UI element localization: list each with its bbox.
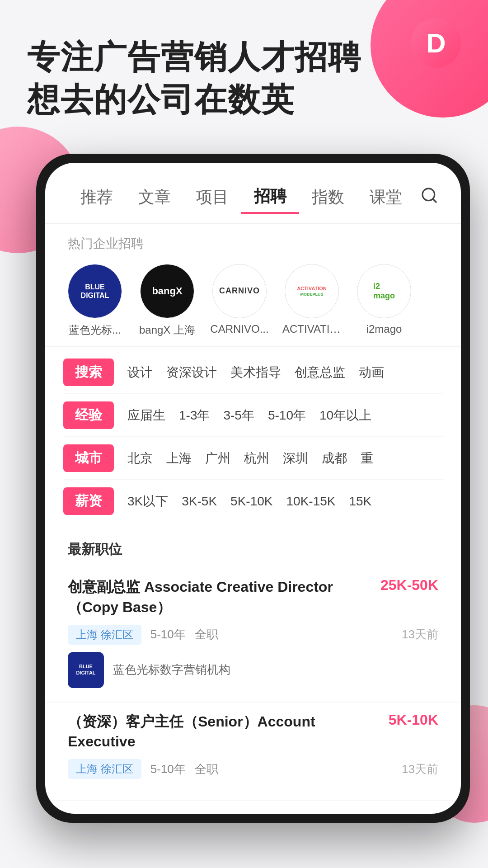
company-logo-blue-digital: BLUEDIGITAL (68, 264, 122, 318)
filter-option-5k-10k[interactable]: 5K-10K (230, 494, 272, 509)
filter-option-beijing[interactable]: 北京 (127, 450, 153, 467)
company-logo-carnivo: CARNIVO (212, 264, 267, 318)
job-meta-1: 上海 徐汇区 5-10年 全职 13天前 (68, 625, 438, 645)
hot-companies-label: 热门企业招聘 (45, 224, 461, 259)
filter-option-3k-5k[interactable]: 3K-5K (182, 494, 217, 509)
search-icon[interactable] (420, 186, 438, 208)
filter-tag-salary[interactable]: 薪资 (63, 487, 114, 515)
company-logo-bangx: bangX (140, 264, 194, 318)
filter-option-5-10[interactable]: 5-10年 (268, 407, 306, 424)
job-location-1: 上海 徐汇区 (68, 625, 141, 645)
filter-tag-city[interactable]: 城市 (63, 444, 114, 472)
company-item-activation[interactable]: ACTIVATION MODEPLUS ACTIVATIO... (280, 264, 343, 337)
filter-option-shanghai[interactable]: 上海 (166, 450, 192, 467)
job-title-1: 创意副总监 Associate Creative Director（Copy B… (68, 577, 380, 618)
filter-option-chengdu[interactable]: 成都 (322, 450, 347, 467)
job-salary-2: 5K-10K (389, 712, 438, 728)
app-icon-letter: D (426, 28, 446, 59)
phone-frame: 推荐 文章 项目 招聘 指数 课堂 热门企业招聘 (36, 154, 470, 823)
job-company-name-1: 蓝色光标数字营销机构 (113, 662, 230, 678)
job-salary-1: 25K-50K (380, 577, 438, 594)
company-item-bangx[interactable]: bangX bangX 上海 (136, 264, 199, 337)
filter-tag-search[interactable]: 搜索 (63, 359, 114, 386)
filter-option-chongqing[interactable]: 重 (361, 450, 373, 467)
filter-option-3-5[interactable]: 3-5年 (223, 407, 254, 424)
job-title-row-2: （资深）客户主任（Senior）Account Executive 5K-10K (68, 712, 438, 752)
filter-option-creative-director[interactable]: 创意总监 (295, 364, 345, 381)
hero-section: 专注广告营销人才招聘 想去的公司在数英 (27, 36, 398, 121)
filter-option-fresh[interactable]: 应届生 (127, 407, 165, 424)
filter-option-animation[interactable]: 动画 (359, 364, 384, 381)
filter-option-senior-design[interactable]: 资深设计 (166, 364, 217, 381)
svg-line-1 (433, 199, 436, 202)
nav-item-course[interactable]: 课堂 (357, 182, 415, 213)
phone-screen: 推荐 文章 项目 招聘 指数 课堂 热门企业招聘 (45, 163, 461, 814)
filter-option-3k-below[interactable]: 3K以下 (127, 493, 168, 510)
hero-title: 专注广告营销人才招聘 想去的公司在数英 (27, 36, 398, 121)
filter-option-1-3[interactable]: 1-3年 (179, 407, 210, 424)
filter-option-shenzhen[interactable]: 深圳 (283, 450, 308, 467)
job-title-row-1: 创意副总监 Associate Creative Director（Copy B… (68, 577, 438, 618)
job-company-row-1: BLUEDIGITAL 蓝色光标数字营销机构 (68, 652, 438, 688)
company-item-blue-digital[interactable]: BLUEDIGITAL 蓝色光标... (63, 264, 127, 337)
company-logo-small-1: BLUEDIGITAL (68, 652, 104, 688)
job-experience-1: 5-10年 (150, 627, 186, 642)
job-card-2[interactable]: （资深）客户主任（Senior）Account Executive 5K-10K… (45, 703, 461, 801)
phone-container: 推荐 文章 项目 招聘 指数 课堂 热门企业招聘 (36, 154, 488, 841)
nav-item-index[interactable]: 指数 (299, 182, 357, 213)
company-name-carnivo: CARNIVO... (210, 323, 269, 335)
job-time-2: 13天前 (402, 761, 438, 777)
job-title-2: （资深）客户主任（Senior）Account Executive (68, 712, 389, 752)
job-type-2: 全职 (195, 761, 218, 777)
company-item-carnivo[interactable]: CARNIVO CARNIVO... (208, 264, 271, 337)
filter-option-10plus[interactable]: 10年以上 (319, 407, 371, 424)
company-item-imago[interactable]: i2mago i2mago (352, 264, 416, 337)
filter-section: 搜索 设计 资深设计 美术指导 创意总监 动画 经验 应届生 1-3年 3-5年… (45, 346, 461, 527)
job-meta-2: 上海 徐汇区 5-10年 全职 13天前 (68, 759, 438, 779)
nav-item-recruit[interactable]: 招聘 (241, 181, 299, 214)
company-name-bangx: bangX 上海 (138, 323, 197, 337)
filter-option-hangzhou[interactable]: 杭州 (244, 450, 269, 467)
company-logos-row: BLUEDIGITAL 蓝色光标... bangX bangX 上海 CARNI… (45, 259, 461, 346)
job-location-2: 上海 徐汇区 (68, 759, 141, 779)
filter-row-city: 城市 北京 上海 广州 杭州 深圳 成都 重 (45, 437, 461, 479)
nav-item-recommend[interactable]: 推荐 (68, 182, 126, 213)
filter-option-guangzhou[interactable]: 广州 (205, 450, 230, 467)
nav-item-project[interactable]: 项目 (183, 182, 241, 213)
hero-line1: 专注广告营销人才招聘 (27, 36, 398, 79)
job-time-1: 13天前 (402, 627, 438, 642)
job-card-1[interactable]: 创意副总监 Associate Creative Director（Copy B… (45, 568, 461, 703)
nav-bar: 推荐 文章 项目 招聘 指数 课堂 (45, 163, 461, 224)
filter-row-experience: 经验 应届生 1-3年 3-5年 5-10年 10年以上 (45, 394, 461, 436)
company-name-activation: ACTIVATIO... (282, 323, 341, 335)
filter-option-art-director[interactable]: 美术指导 (230, 364, 281, 381)
job-type-1: 全职 (195, 627, 218, 642)
company-name-blue-digital: 蓝色光标... (66, 323, 124, 337)
latest-jobs-label: 最新职位 (45, 527, 461, 568)
filter-option-15k[interactable]: 15K (349, 494, 371, 509)
company-logo-activation: ACTIVATION MODEPLUS (285, 264, 339, 318)
job-experience-2: 5-10年 (150, 761, 186, 777)
hero-line2: 想去的公司在数英 (27, 79, 398, 121)
nav-item-article[interactable]: 文章 (126, 182, 183, 213)
filter-option-design[interactable]: 设计 (127, 364, 153, 381)
filter-tag-experience[interactable]: 经验 (63, 401, 114, 429)
company-logo-imago: i2mago (357, 264, 411, 318)
filter-row-search: 搜索 设计 资深设计 美术指导 创意总监 动画 (45, 351, 461, 393)
filter-row-salary: 薪资 3K以下 3K-5K 5K-10K 10K-15K 15K (45, 480, 461, 522)
company-name-imago: i2mago (355, 323, 413, 335)
app-icon[interactable]: D (411, 18, 461, 68)
filter-option-10k-15k[interactable]: 10K-15K (286, 494, 335, 509)
